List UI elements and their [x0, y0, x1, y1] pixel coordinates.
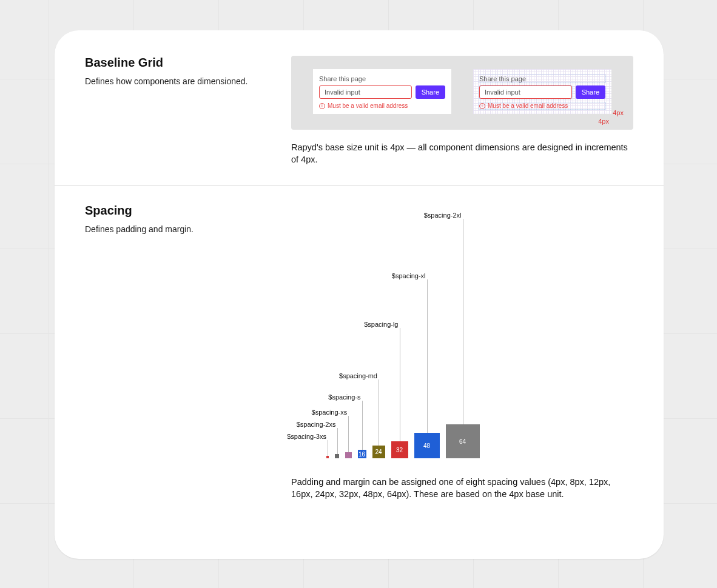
- email-input[interactable]: Invalid input: [319, 85, 412, 99]
- bar-token-label: $spacing-3xs: [287, 433, 328, 440]
- px-annotation-right: 4px: [613, 109, 624, 116]
- helper-text-grid: Must be a valid email address: [488, 102, 568, 109]
- spacing-title: Spacing: [85, 204, 267, 218]
- baseline-left-column: Baseline Grid Defines how components are…: [85, 56, 267, 165]
- bar-token-label: $spacing-xs: [312, 409, 349, 416]
- bar-square: 16: [358, 450, 366, 458]
- spacing-bar: $spacing-xl48: [414, 433, 440, 458]
- share-button[interactable]: Share: [416, 85, 445, 99]
- info-icon: i: [319, 103, 325, 109]
- bar-square: 24: [372, 446, 385, 458]
- bar-token-label: $spacing-2xl: [424, 212, 463, 219]
- spacing-left-column: Spacing Defines padding and margin.: [85, 204, 267, 500]
- bar-square: 48: [414, 433, 440, 458]
- share-button-grid[interactable]: Share: [576, 85, 605, 99]
- baseline-title: Baseline Grid: [85, 56, 267, 70]
- section-spacing: Spacing Defines padding and margin. $spa…: [55, 185, 664, 524]
- spacing-bar: $spacing-2xs: [335, 454, 339, 458]
- bar-stem: [379, 379, 379, 446]
- bar-token-label: $spacing-lg: [364, 321, 399, 328]
- email-input-grid[interactable]: Invalid input: [479, 85, 572, 99]
- spacing-bar: $spacing-2xl64: [446, 424, 480, 458]
- share-label: Share this page: [319, 75, 445, 82]
- baseline-right-column: Share this page Invalid input Share i Mu…: [291, 56, 633, 165]
- share-row-grid: Invalid input Share: [479, 85, 605, 99]
- spacing-bar: $spacing-lg32: [391, 441, 408, 458]
- spacing-chart: $spacing-3xs$spacing-2xs$spacing-xs$spac…: [291, 204, 633, 458]
- bar-square: [345, 452, 352, 459]
- spacing-bar: $spacing-xs: [345, 452, 352, 459]
- info-icon-grid: i: [479, 103, 485, 109]
- form-card-grid: Share this page Invalid input Share i Mu…: [473, 69, 611, 114]
- form-card-plain: Share this page Invalid input Share i Mu…: [313, 69, 451, 114]
- bar-stem: [400, 328, 400, 441]
- spacing-subtitle: Defines padding and margin.: [85, 224, 267, 236]
- bar-stem: [362, 401, 363, 450]
- bar-token-label: $spacing-md: [339, 372, 379, 379]
- share-label-grid: Share this page: [479, 75, 605, 82]
- px-annotation-bottom: 4px: [598, 118, 609, 125]
- bar-square: 32: [391, 441, 408, 458]
- spacing-bar: $spacing-s16: [358, 450, 366, 458]
- bar-token-label: $spacing-2xs: [297, 421, 337, 428]
- bar-stem: [337, 428, 338, 454]
- bar-stem: [348, 416, 349, 452]
- bar-stem: [427, 279, 428, 433]
- bar-square: 64: [446, 424, 480, 458]
- helper-text: Must be a valid email address: [328, 102, 408, 109]
- bar-square: [335, 454, 339, 458]
- section-baseline-grid: Baseline Grid Defines how components are…: [55, 30, 664, 185]
- helper-text-row: i Must be a valid email address: [319, 102, 445, 109]
- bar-stem: [463, 219, 463, 424]
- helper-text-row-grid: i Must be a valid email address: [479, 102, 605, 109]
- spacing-description: Padding and margin can be assigned one o…: [291, 476, 633, 500]
- spacing-bar: $spacing-md24: [372, 446, 385, 458]
- spacing-bar: $spacing-3xs: [326, 456, 329, 458]
- bar-token-label: $spacing-xl: [392, 272, 427, 279]
- baseline-preview-box: Share this page Invalid input Share i Mu…: [291, 56, 633, 130]
- share-row: Invalid input Share: [319, 85, 445, 99]
- bar-stem: [328, 440, 328, 456]
- bar-square: [326, 456, 329, 458]
- main-card: Baseline Grid Defines how components are…: [55, 30, 664, 559]
- baseline-subtitle: Defines how components are dimensioned.: [85, 76, 267, 88]
- baseline-description: Rapyd's base size unit is 4px — all comp…: [291, 142, 633, 165]
- bar-token-label: $spacing-s: [328, 393, 362, 401]
- spacing-right-column: $spacing-3xs$spacing-2xs$spacing-xs$spac…: [291, 204, 633, 500]
